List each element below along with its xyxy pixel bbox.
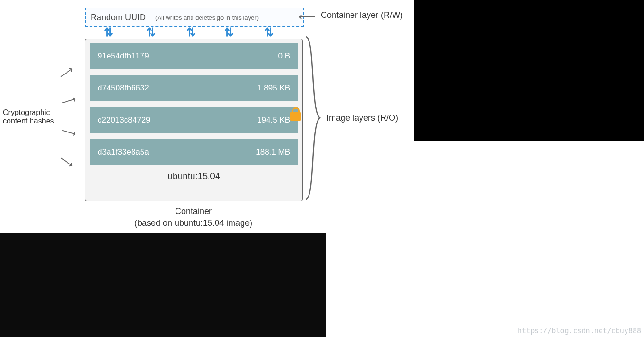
rw-layer-box: Random UUID (All writes and deletes go i… [85,8,304,27]
layer-size: 0 B [278,51,290,61]
caption-line: Container [90,205,297,217]
layer-hash: c22013c84729 [98,115,151,125]
bi-arrow-icon: ⇅ [186,29,196,36]
dark-panel [0,233,326,337]
image-tag: ubuntu:15.04 [90,171,298,181]
caption-line: (based on ubuntu:15.04 image) [90,217,297,229]
layer-hash: 91e54dfb1179 [98,51,149,61]
arrow-icon: ⟶ [60,124,78,140]
lock-icon [290,107,301,121]
caption: Container (based on ubuntu:15.04 image) [90,205,297,229]
bi-arrow-icon: ⇅ [264,29,274,36]
image-layers-box: 91e54dfb11790 B d74508fb66321.895 KB c22… [85,39,303,201]
layer-hash: d74508fb6632 [98,83,149,93]
arrow-icon: ⟶ [57,63,76,82]
arrow-left-icon: ⟵ [298,10,316,23]
arrow-icon: ⟶ [60,93,78,109]
diagram-shared-image: 🐳dockerThin R/W layer🐳dockerThin R/W lay… [326,141,644,337]
layer-row: d3a1f33e8a5a188.1 MB [90,139,298,165]
arrow-icon: ⟶ [57,152,76,171]
hashes-label-line: content hashes [3,117,59,125]
layer-row: d74508fb66321.895 KB [90,75,298,101]
bi-arrow-icon: ⇅ [224,29,234,36]
hashes-label-line: Cryptographic [3,108,59,117]
layer-size: 188.1 MB [256,148,290,157]
bi-arrow-icon: ⇅ [146,29,156,36]
rw-layer-sublabel: (All writes and deletes go in this layer… [155,14,259,21]
layer-row: 91e54dfb11790 B [90,43,298,69]
container-layer-label: Container layer (R/W) [321,10,403,20]
watermark: https://blog.csdn.net/cbuy888 [518,327,641,335]
layer-size: 194.5 KB [257,115,290,125]
layer-size: 1.895 KB [257,83,290,93]
brace-icon [305,37,321,199]
bi-arrow-icon: ⇅ [104,29,113,36]
image-layers-label: Image layers (R/O) [326,113,398,123]
layer-hash: d3a1f33e8a5a [98,148,149,157]
rw-layer-label: Random UUID [91,13,146,23]
layer-row: c22013c84729194.5 KB [90,107,298,133]
hashes-label: Cryptographic content hashes [3,108,59,126]
